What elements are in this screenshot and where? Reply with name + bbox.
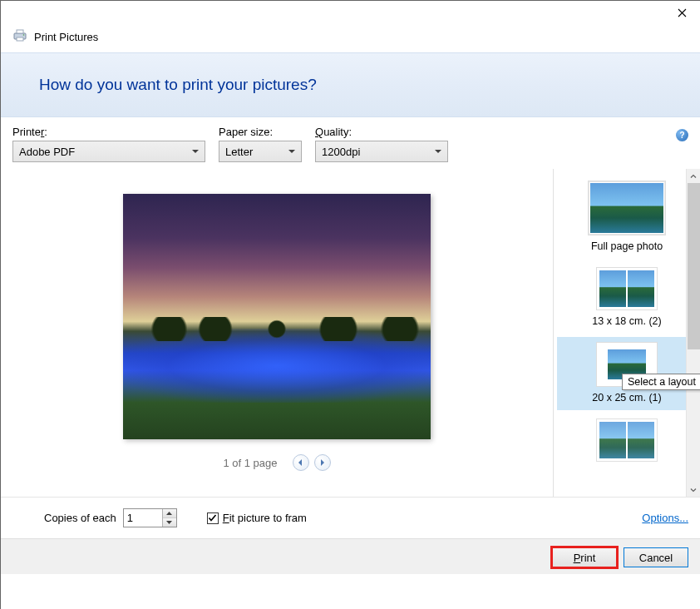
quality-group: Quality: 1200dpi — [315, 126, 448, 162]
help-icon[interactable]: ? — [676, 129, 688, 141]
svg-point-3 — [23, 34, 25, 36]
paper-size-select[interactable]: Letter — [219, 141, 302, 162]
fit-checkbox[interactable] — [207, 512, 219, 524]
print-button[interactable]: Print — [552, 547, 617, 567]
layout-scrollbar — [686, 169, 700, 497]
print-pictures-dialog: Print Pictures How do you want to print … — [0, 0, 700, 609]
printer-group: Printer: Adobe PDF — [12, 126, 205, 162]
banner: How do you want to print your pictures? — [1, 52, 700, 117]
layout-thumb-icon — [588, 181, 666, 235]
printer-select[interactable]: Adobe PDF — [12, 141, 205, 162]
fit-label: Fit picture to fram — [223, 512, 307, 524]
layout-label: 13 x 18 cm. (2) — [592, 315, 661, 327]
print-options-row: Printer: Adobe PDF Paper size: Letter Qu… — [1, 117, 700, 169]
layout-label: Full page photo — [591, 240, 663, 252]
layout-list: Full page photo 13 x 18 cm. (2) Select a… — [554, 169, 700, 483]
page-navigation: 1 of 1 page — [223, 454, 330, 471]
copies-label: Copies of each — [44, 512, 116, 524]
preview-pane: 1 of 1 page — [1, 169, 553, 497]
paper-group: Paper size: Letter — [219, 126, 302, 162]
layout-item-13x18[interactable]: 13 x 18 cm. (2) — [557, 262, 697, 334]
close-button[interactable] — [663, 1, 700, 25]
paper-combo-wrap: Letter — [219, 141, 302, 162]
bottom-row: Copies of each Fit picture to fram Optio… — [1, 498, 700, 539]
layout-label: 20 x 25 cm. (1) — [592, 392, 661, 404]
svg-rect-2 — [17, 37, 23, 41]
checkmark-icon — [208, 513, 217, 522]
layout-tooltip: Select a layout — [622, 374, 700, 390]
printer-combo-wrap: Adobe PDF — [12, 141, 205, 162]
prev-page-button[interactable] — [293, 454, 309, 471]
scroll-up-button[interactable] — [687, 169, 700, 183]
preview-image — [123, 194, 431, 439]
triangle-up-icon — [166, 512, 172, 515]
svg-rect-1 — [17, 30, 23, 33]
triangle-down-icon — [166, 521, 172, 524]
arrow-right-icon — [319, 459, 325, 466]
layout-item-full-page[interactable]: Full page photo — [557, 176, 697, 259]
scroll-thumb[interactable] — [688, 183, 700, 349]
close-icon — [678, 8, 687, 17]
quality-combo-wrap: 1200dpi — [315, 141, 448, 162]
copies-spinner — [123, 508, 177, 527]
quality-select[interactable]: 1200dpi — [315, 141, 448, 162]
layout-thumb-icon — [596, 418, 658, 462]
layout-item-more[interactable] — [557, 413, 697, 473]
dialog-header: Print Pictures — [1, 27, 700, 49]
copies-input[interactable] — [124, 509, 162, 527]
options-link[interactable]: Options... — [642, 512, 688, 524]
dialog-title: Print Pictures — [34, 31, 98, 43]
fit-checkbox-wrap: Fit picture to fram — [207, 512, 307, 524]
banner-heading: How do you want to print your pictures? — [39, 76, 688, 94]
main-area: 1 of 1 page Full page photo — [1, 169, 700, 498]
quality-label: Quality: — [315, 126, 448, 138]
chevron-up-icon — [690, 173, 697, 180]
page-indicator: 1 of 1 page — [223, 457, 277, 469]
dialog-footer: Print Cancel — [1, 539, 700, 574]
copies-up-button[interactable] — [163, 509, 176, 518]
printer-label: Printer: — [12, 126, 205, 138]
chevron-down-icon — [690, 487, 697, 493]
copies-down-button[interactable] — [163, 518, 176, 527]
scroll-track[interactable] — [687, 183, 700, 483]
layout-thumb-icon — [596, 267, 658, 310]
arrow-left-icon — [298, 459, 303, 466]
paper-label: Paper size: — [219, 126, 302, 138]
scroll-down-button[interactable] — [687, 483, 700, 497]
layout-pane: Full page photo 13 x 18 cm. (2) Select a… — [553, 169, 700, 497]
layout-item-20x25[interactable]: Select a layout 20 x 25 cm. (1) — [557, 337, 697, 410]
title-bar — [1, 1, 700, 27]
cancel-button[interactable]: Cancel — [624, 547, 688, 567]
printer-icon — [12, 29, 27, 44]
next-page-button[interactable] — [314, 454, 331, 471]
